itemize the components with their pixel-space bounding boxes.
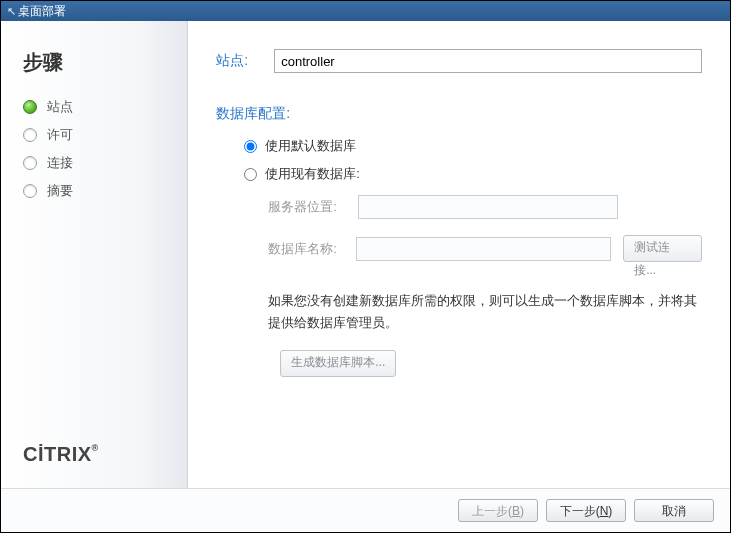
generate-script-button: 生成数据库脚本... — [280, 350, 396, 377]
cancel-button[interactable]: 取消 — [634, 499, 714, 522]
step-license: 许可 — [23, 126, 187, 144]
steps-heading: 步骤 — [23, 49, 187, 76]
next-button[interactable]: 下一步(N) — [546, 499, 626, 522]
citrix-logo: CİTRIX® — [23, 443, 99, 465]
step-bullet-icon — [23, 184, 37, 198]
step-bullet-icon — [23, 156, 37, 170]
step-label: 许可 — [47, 126, 73, 144]
step-connection: 连接 — [23, 154, 187, 172]
radio-default-db[interactable]: 使用默认数据库 — [244, 137, 702, 155]
db-radio-group: 使用默认数据库 使用现有数据库: — [244, 137, 702, 183]
step-summary: 摘要 — [23, 182, 187, 200]
step-site: 站点 — [23, 98, 187, 116]
db-info-text: 如果您没有创建新数据库所需的权限，则可以生成一个数据库脚本，并将其提供给数据库管… — [268, 290, 702, 334]
step-bullet-active-icon — [23, 100, 37, 114]
step-bullet-icon — [23, 128, 37, 142]
db-name-row: 数据库名称: 测试连接... — [268, 235, 702, 262]
site-label: 站点: — [216, 52, 274, 70]
generate-script-wrap: 生成数据库脚本... — [268, 350, 702, 377]
footer: 上一步(B) 下一步(N) 取消 — [1, 488, 730, 532]
radio-existing-db[interactable]: 使用现有数据库: — [244, 165, 702, 183]
radio-existing-label: 使用现有数据库: — [265, 165, 360, 183]
db-name-label: 数据库名称: — [268, 240, 356, 258]
wizard-window: ↖ 桌面部署 步骤 站点 许可 连接 — [0, 0, 731, 533]
radio-default-label: 使用默认数据库 — [265, 137, 356, 155]
step-label: 连接 — [47, 154, 73, 172]
site-input[interactable] — [274, 49, 702, 73]
server-location-label: 服务器位置: — [268, 198, 358, 216]
main-content: 站点: 数据库配置: 使用默认数据库 使用现有数据库: 服务器位置: — [188, 21, 730, 488]
step-list: 站点 许可 连接 摘要 — [23, 98, 187, 200]
server-location-input — [358, 195, 618, 219]
window-title: 桌面部署 — [18, 1, 66, 21]
sidebar: 步骤 站点 许可 连接 摘要 — [1, 21, 188, 488]
db-name-input — [356, 237, 611, 261]
back-button: 上一步(B) — [458, 499, 538, 522]
titlebar[interactable]: ↖ 桌面部署 — [1, 1, 730, 21]
step-label: 站点 — [47, 98, 73, 116]
body-area: 步骤 站点 许可 连接 摘要 — [1, 21, 730, 488]
db-fields: 服务器位置: 数据库名称: 测试连接... — [268, 195, 702, 262]
radio-existing-input[interactable] — [244, 168, 257, 181]
server-location-row: 服务器位置: — [268, 195, 702, 219]
db-config-title: 数据库配置: — [216, 105, 702, 123]
radio-default-input[interactable] — [244, 140, 257, 153]
step-label: 摘要 — [47, 182, 73, 200]
test-connection-button: 测试连接... — [623, 235, 702, 262]
cursor-icon: ↖ — [7, 1, 16, 21]
brand-area: CİTRIX® — [23, 443, 187, 466]
site-row: 站点: — [216, 49, 702, 73]
